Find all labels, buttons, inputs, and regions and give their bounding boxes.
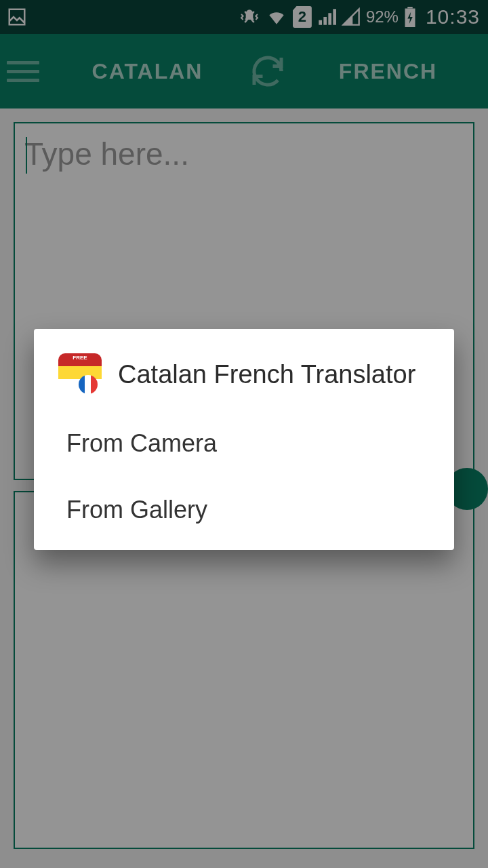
- image-source-dialog: Catalan French Translator From Camera Fr…: [34, 329, 454, 550]
- app-icon: [58, 353, 102, 397]
- option-from-camera[interactable]: From Camera: [34, 410, 454, 477]
- option-from-gallery[interactable]: From Gallery: [34, 477, 454, 543]
- dialog-header: Catalan French Translator: [34, 329, 454, 410]
- dialog-title: Catalan French Translator: [118, 359, 415, 391]
